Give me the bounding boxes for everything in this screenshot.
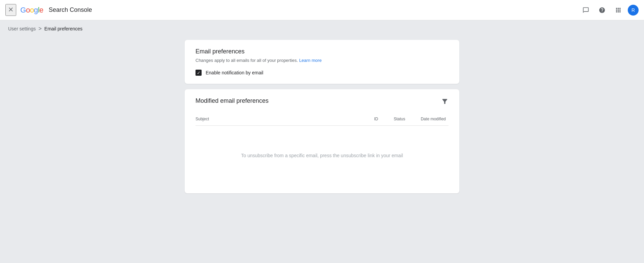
header-right: R: [579, 3, 639, 17]
filter-icon: [441, 98, 448, 105]
email-notification-row: ✓ Enable notification by email: [196, 70, 448, 76]
feedback-icon: [582, 7, 589, 14]
modified-card-title: Modified email preferences: [196, 97, 269, 104]
col-subject: Subject: [196, 115, 354, 123]
google-logo: Google: [20, 6, 43, 15]
email-preferences-subtitle: Changes apply to all emails for all of y…: [196, 58, 448, 63]
help-button[interactable]: [595, 3, 609, 17]
email-preferences-title: Email preferences: [196, 48, 448, 55]
feedback-button[interactable]: [579, 3, 593, 17]
email-preferences-card: Email preferences Changes apply to all e…: [185, 40, 459, 84]
modified-email-preferences-card: Modified email preferences Subject ID St…: [185, 89, 459, 193]
breadcrumb-parent[interactable]: User settings: [8, 26, 36, 31]
breadcrumb-separator: >: [39, 26, 42, 32]
app-header: Google Search Console R: [0, 0, 644, 20]
help-icon: [599, 7, 605, 14]
col-status: Status: [381, 115, 408, 123]
learn-more-link[interactable]: Learn more: [299, 58, 321, 63]
app-title: Search Console: [49, 6, 92, 14]
table-empty-message: To unsubscribe from a specific email, pr…: [196, 126, 448, 185]
enable-email-checkbox[interactable]: ✓: [196, 70, 202, 76]
avatar[interactable]: R: [628, 5, 639, 16]
apps-button[interactable]: [612, 3, 625, 17]
main-content: Email preferences Changes apply to all e…: [177, 37, 467, 207]
table-header: Subject ID Status Date modified: [196, 113, 448, 126]
checkmark-icon: ✓: [197, 71, 201, 75]
breadcrumb: User settings > Email preferences: [0, 20, 644, 37]
header-left: Google Search Console: [5, 4, 579, 16]
col-id: ID: [354, 115, 381, 123]
breadcrumb-current: Email preferences: [44, 26, 83, 31]
modified-card-header: Modified email preferences: [196, 97, 448, 107]
close-button[interactable]: [5, 4, 16, 16]
filter-button[interactable]: [441, 98, 448, 107]
apps-icon: [615, 7, 622, 14]
enable-email-label[interactable]: Enable notification by email: [206, 70, 263, 75]
col-date-modified: Date modified: [408, 115, 448, 123]
